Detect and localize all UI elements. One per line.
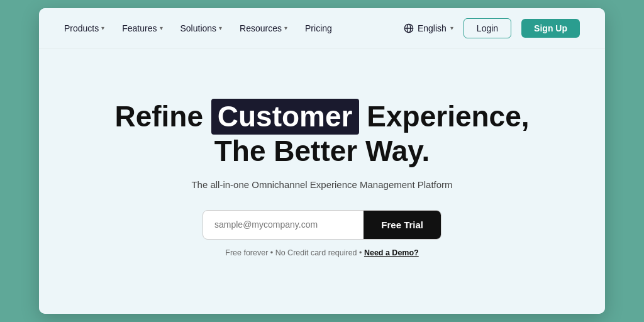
- nav-left: Products ▾ Features ▾ Solutions ▾ Resour…: [64, 23, 332, 33]
- nav-item-pricing[interactable]: Pricing: [305, 23, 332, 33]
- nav-label-resources: Resources: [240, 23, 282, 33]
- navbar: Products ▾ Features ▾ Solutions ▾ Resour…: [39, 8, 605, 48]
- heading-after: Experience,: [367, 100, 529, 133]
- footer-static: Free forever • No Credit card required •: [225, 248, 362, 257]
- heading-before: Refine: [114, 100, 203, 133]
- chevron-icon-lang: ▾: [450, 25, 453, 31]
- hero-section: Refine Customer Experience, The Better W…: [39, 48, 605, 314]
- nav-label-pricing: Pricing: [305, 23, 332, 33]
- hero-heading: Refine Customer Experience, The Better W…: [114, 99, 529, 168]
- hero-subheading: The all-in-one Omnichannel Experience Ma…: [191, 179, 452, 190]
- globe-icon: [404, 23, 414, 33]
- app-window: Products ▾ Features ▾ Solutions ▾ Resour…: [39, 8, 605, 314]
- language-label: English: [418, 23, 447, 33]
- nav-label-products: Products: [64, 23, 99, 33]
- cta-form: Free Trial: [203, 210, 441, 240]
- login-button[interactable]: Login: [464, 18, 511, 38]
- chevron-icon-solutions: ▾: [219, 25, 222, 31]
- heading-highlight: Customer: [211, 99, 359, 135]
- email-input[interactable]: [203, 211, 364, 238]
- chevron-icon-products: ▾: [101, 25, 104, 31]
- nav-item-features[interactable]: Features ▾: [122, 23, 162, 33]
- demo-link[interactable]: Need a Demo?: [364, 248, 419, 257]
- language-selector[interactable]: English ▾: [404, 23, 453, 33]
- nav-right: English ▾ Login Sign Up: [404, 18, 580, 38]
- nav-item-solutions[interactable]: Solutions ▾: [180, 23, 223, 33]
- chevron-icon-features: ▾: [160, 25, 163, 31]
- nav-item-products[interactable]: Products ▾: [64, 23, 104, 33]
- chevron-icon-resources: ▾: [284, 25, 287, 31]
- free-trial-button[interactable]: Free Trial: [364, 211, 441, 239]
- cta-footer-text: Free forever • No Credit card required •…: [225, 248, 419, 257]
- nav-label-solutions: Solutions: [180, 23, 217, 33]
- nav-label-features: Features: [122, 23, 157, 33]
- heading-line2: The Better Way.: [214, 135, 430, 167]
- signup-button[interactable]: Sign Up: [521, 19, 580, 38]
- nav-item-resources[interactable]: Resources ▾: [240, 23, 287, 33]
